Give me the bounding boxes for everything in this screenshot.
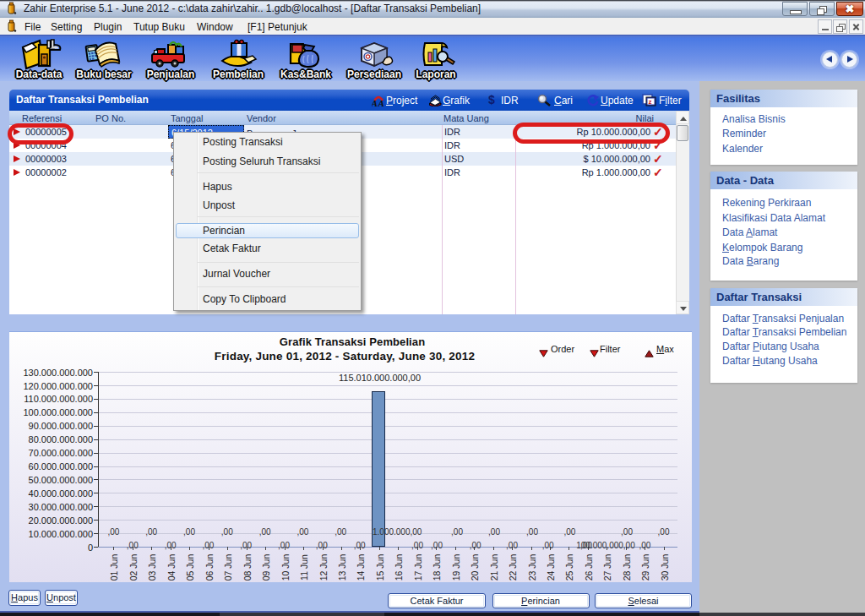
svg-text:A: A (378, 98, 384, 107)
svg-text:z: z (649, 98, 652, 106)
svg-text:A: A (372, 98, 378, 107)
